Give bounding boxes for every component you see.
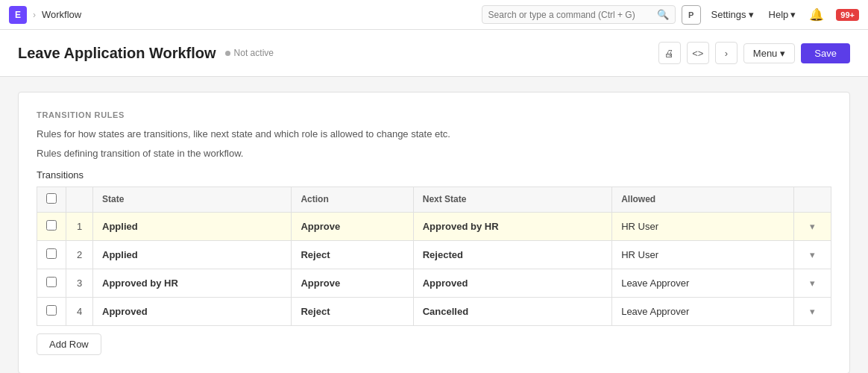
row-action: Approve (292, 269, 413, 297)
row-checkbox-cell[interactable] (37, 269, 66, 297)
row-num: 1 (66, 212, 93, 240)
row-dropdown-cell[interactable]: ▾ (794, 269, 831, 297)
settings-label: Settings (711, 9, 746, 20)
row-checkbox-cell[interactable] (37, 297, 66, 325)
row-allowed: Leave Approver (612, 269, 794, 297)
row-checkbox[interactable] (46, 220, 57, 231)
help-menu[interactable]: Help ▾ (764, 7, 801, 22)
row-action: Reject (292, 240, 413, 269)
search-bar[interactable]: 🔍 (482, 5, 676, 24)
table-row: 1 Applied Approve Approved by HR HR User… (37, 212, 831, 240)
row-state: Applied (93, 240, 292, 269)
breadcrumb-chevron-icon: › (33, 10, 36, 20)
main-content: TRANSITION RULES Rules for how states ar… (0, 77, 868, 373)
transition-rules-card: TRANSITION RULES Rules for how states ar… (18, 92, 850, 373)
row-next-state: Approved by HR (413, 212, 611, 240)
page-header: Leave Application Workflow Not active 🖨 … (0, 30, 868, 77)
row-next-state: Approved (413, 269, 611, 297)
row-dropdown-button[interactable]: ▾ (805, 248, 820, 262)
section-description: Rules for how states are transitions, li… (37, 127, 831, 142)
forward-button[interactable]: › (715, 42, 738, 64)
header-options-col (794, 186, 831, 212)
page-title: Leave Application Workflow (18, 45, 216, 62)
help-chevron-icon: ▾ (790, 9, 796, 20)
status-badge: Not active (225, 48, 274, 58)
header-action: Action (292, 186, 413, 212)
notification-bell-icon[interactable]: 🔔 (806, 6, 827, 23)
row-dropdown-cell[interactable]: ▾ (794, 212, 831, 240)
row-next-state: Cancelled (413, 297, 611, 325)
row-checkbox[interactable] (46, 277, 57, 287)
row-num: 2 (66, 240, 93, 269)
settings-chevron-icon: ▾ (749, 9, 754, 20)
row-checkbox[interactable] (46, 305, 57, 316)
menu-button[interactable]: Menu ▾ (743, 43, 796, 63)
header-allowed: Allowed (612, 186, 794, 212)
row-dropdown-cell[interactable]: ▾ (794, 240, 831, 269)
menu-chevron-icon: ▾ (780, 48, 785, 59)
row-checkbox-cell[interactable] (37, 240, 66, 269)
row-num: 4 (66, 297, 93, 325)
row-dropdown-button[interactable]: ▾ (805, 276, 820, 290)
top-navigation: E › Workflow 🔍 P Settings ▾ Help ▾ 🔔 99+ (0, 0, 868, 30)
search-input[interactable] (488, 10, 652, 20)
section-heading: TRANSITION RULES (37, 110, 831, 119)
row-next-state: Rejected (413, 240, 611, 269)
row-action: Reject (292, 297, 413, 325)
header-state: State (93, 186, 292, 212)
status-dot-icon (225, 51, 230, 56)
print-button[interactable]: 🖨 (658, 42, 681, 64)
save-button[interactable]: Save (801, 43, 850, 63)
settings-menu[interactable]: Settings ▾ (707, 7, 758, 22)
notification-badge: 99+ (836, 9, 859, 21)
row-state: Approved by HR (93, 269, 292, 297)
transitions-table: State Action Next State Allowed 1 Applie… (37, 186, 831, 326)
table-row: 3 Approved by HR Approve Approved Leave … (37, 269, 831, 297)
row-checkbox[interactable] (46, 248, 57, 259)
search-icon: 🔍 (657, 9, 669, 20)
breadcrumb-workflow[interactable]: Workflow (42, 9, 81, 20)
row-checkbox-cell[interactable] (37, 212, 66, 240)
transitions-label: Transitions (37, 169, 831, 181)
help-label: Help (769, 9, 789, 20)
row-dropdown-button[interactable]: ▾ (805, 219, 820, 233)
row-allowed: HR User (612, 240, 794, 269)
table-row: 4 Approved Reject Cancelled Leave Approv… (37, 297, 831, 325)
row-dropdown-button[interactable]: ▾ (805, 304, 820, 319)
select-all-checkbox[interactable] (46, 193, 57, 204)
header-num-col (66, 186, 93, 212)
code-button[interactable]: <> (687, 42, 709, 64)
row-state: Approved (93, 297, 292, 325)
row-dropdown-cell[interactable]: ▾ (794, 297, 831, 325)
section-sub-description: Rules defining transition of state in th… (37, 148, 831, 159)
header-checkbox-col (37, 186, 66, 212)
row-allowed: Leave Approver (612, 297, 794, 325)
menu-label: Menu (753, 48, 778, 59)
row-num: 3 (66, 269, 93, 297)
row-allowed: HR User (612, 212, 794, 240)
table-row: 2 Applied Reject Rejected HR User ▾ (37, 240, 831, 269)
table-header-row: State Action Next State Allowed (37, 186, 831, 212)
app-icon: E (9, 6, 27, 24)
row-action: Approve (292, 212, 413, 240)
header-next-state: Next State (413, 186, 611, 212)
add-row-button[interactable]: Add Row (37, 333, 101, 355)
row-state: Applied (93, 212, 292, 240)
status-text: Not active (234, 48, 274, 58)
header-actions: 🖨 <> › Menu ▾ Save (658, 42, 850, 64)
avatar[interactable]: P (682, 5, 701, 25)
